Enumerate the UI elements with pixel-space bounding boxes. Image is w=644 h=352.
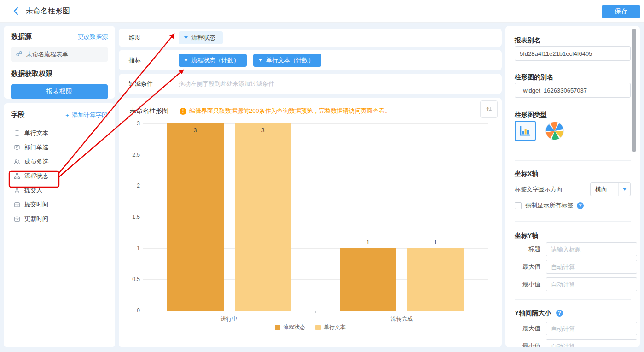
chart-type-title: 柱形图类型 [515,111,547,118]
chart-panel: 未命名柱形图 ! 编辑界面只取数据源前200条作为查询数据预览，完整数据请访问页… [119,98,502,347]
chart-legend: 流程状态单行文本 [119,323,502,331]
y-axis-tick-label: 2 [120,182,140,189]
field-label: 更新时间 [24,215,48,223]
filter-placeholder: 拖动左侧字段到此处来添加过滤条件 [179,80,274,88]
fields-list: 单行文本 部门单选 成员多选 流程状态 提交人 提交时间 更新时间 [11,126,108,226]
datasource-title: 数据源 [11,32,32,41]
bar-value-label: 1 [407,239,464,246]
yaxis-max-input[interactable] [546,260,637,274]
chevron-down-icon [259,59,262,62]
chevron-down-icon [184,36,188,39]
yaxis-min-label: 最小值 [515,280,540,288]
yinterval-max-label: 最大值 [515,324,540,333]
members-icon [14,158,20,165]
metric-row: 指标 流程状态（计数） 单行文本（计数） [119,50,502,70]
field-item-workflow-status[interactable]: 流程状态 [11,169,108,183]
field-label: 提交时间 [24,200,48,209]
settings-panel: 报表别名 柱形图的别名 柱形图类型 坐标X轴 [505,26,640,347]
legend-item-流程状态[interactable]: 流程状态 [275,323,305,331]
calendar-icon [14,216,20,222]
chevron-down-icon [623,188,627,191]
yaxis-title: 坐标Y轴 [515,232,538,239]
yinterval-min-input[interactable] [546,339,637,347]
metric-tag-text-count[interactable]: 单行文本（计数） [253,54,321,67]
x-axis-category-label: 进行中 [183,315,275,323]
bar-单行文本-流转完成 [407,248,464,311]
filter-row[interactable]: 过滤条件 拖动左侧字段到此处来添加过滤条件 [119,74,502,94]
legend-swatch [315,325,321,330]
dimension-tag-label: 流程状态 [191,34,215,42]
top-bar: 未命名柱形图 保存 [0,0,644,22]
x-axis-tick [488,311,488,313]
bar-value-label: 3 [167,127,224,134]
field-item-submit-time[interactable]: 提交时间 [11,197,108,211]
chart-type-bar-button[interactable] [515,121,536,141]
sort-button[interactable] [480,100,498,118]
field-label: 成员多选 [24,158,48,166]
change-datasource-link[interactable]: 更改数据源 [78,33,108,41]
y-axis-tick-label: 0 [120,307,140,314]
dimension-tag[interactable]: 流程状态 [179,31,223,44]
force-labels-checkbox[interactable] [515,202,522,209]
field-item-update-time[interactable]: 更新时间 [11,211,108,226]
datasource-item[interactable]: 未命名流程表单 [11,47,108,62]
y-axis-tick-label: 0.5 [120,276,140,282]
save-button[interactable]: 保存 [602,5,640,18]
pie-chart-icon [545,121,564,141]
fields-title: 字段 [11,111,25,119]
page-title: 未命名柱形图 [26,6,70,18]
y-axis-line [143,123,143,311]
divider [515,221,631,222]
field-label: 部门单选 [24,143,48,152]
field-item-submitter[interactable]: 提交人 [11,183,108,197]
yaxis-min-input[interactable] [546,277,637,291]
metric-tag-label: 流程状态（计数） [191,56,239,65]
widget-alias-input[interactable] [515,83,631,98]
back-icon[interactable] [12,6,21,16]
yinterval-title: Y轴间隔大小 [515,309,551,317]
x-axis-tick [315,311,316,313]
bar-value-label: 3 [235,127,291,134]
yaxis-title-input[interactable] [546,242,637,256]
yinterval-max-input[interactable] [546,322,637,335]
help-icon[interactable]: ? [577,202,584,209]
bar-流程状态-进行中 [167,123,224,311]
report-permission-button[interactable]: 报表权限 [11,84,108,99]
datasource-panel: 数据源 更改数据源 未命名流程表单 数据获取权限 报表权限 [4,26,115,99]
calendar-icon [14,201,20,208]
chart-type-pie-button[interactable] [544,121,565,141]
add-calc-field-link[interactable]: ＋ 添加计算字段 [64,111,108,119]
datasource-name: 未命名流程表单 [26,50,68,59]
legend-swatch [275,325,280,330]
fields-panel: 字段 ＋ 添加计算字段 单行文本 部门单选 成员多选 流程状态 提交人 提交时间 [4,103,115,347]
department-icon [14,144,20,151]
bar-value-label: 1 [340,239,396,246]
help-icon[interactable]: ? [556,310,563,317]
y-axis-tick-label: 2.5 [120,152,140,158]
sort-icon [485,105,493,113]
bar-单行文本-进行中 [235,123,291,311]
filter-label: 过滤条件 [129,80,179,88]
legend-label: 单行文本 [324,323,346,331]
field-item-department[interactable]: 部门单选 [11,140,108,154]
legend-label: 流程状态 [283,323,305,331]
metric-tag-workflow-count[interactable]: 流程状态（计数） [179,54,247,67]
report-alias-input[interactable] [515,46,631,61]
divider [515,160,631,161]
scrollbar-thumb[interactable] [632,29,636,152]
label-direction-select[interactable]: 横向 [590,182,631,196]
legend-item-单行文本[interactable]: 单行文本 [315,323,346,331]
label-direction-label: 标签文字显示方向 [515,185,563,194]
workflow-icon [14,173,20,179]
link-icon [16,50,23,59]
bar-chart-icon [518,124,532,138]
field-label: 提交人 [24,186,42,194]
chart-title: 未命名柱形图 [130,107,168,115]
field-item-text[interactable]: 单行文本 [11,126,108,140]
dimension-label: 维度 [129,34,179,42]
field-item-members[interactable]: 成员多选 [11,154,108,169]
x-axis-category-label: 流转完成 [356,315,448,323]
y-axis-tick-label: 3 [120,120,140,127]
text-field-icon [14,130,20,136]
report-alias-title: 报表别名 [515,36,540,44]
